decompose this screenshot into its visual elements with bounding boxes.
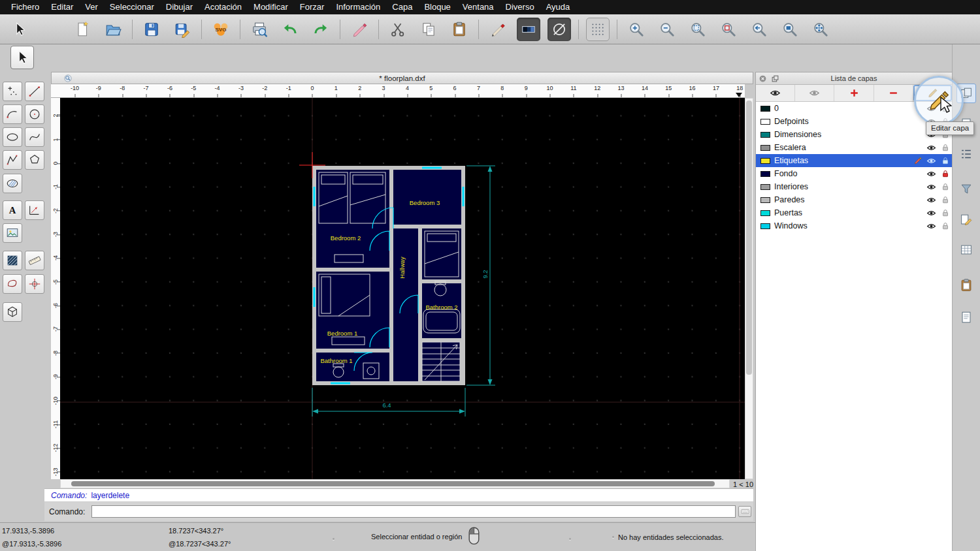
print-preview-button[interactable] <box>248 18 271 41</box>
menu-informacion[interactable]: Información <box>330 0 386 14</box>
snap-tool-button[interactable] <box>25 274 44 294</box>
save-file-button[interactable] <box>140 18 163 41</box>
delete-entities-button[interactable] <box>348 18 371 41</box>
menu-ventana[interactable]: Ventana <box>457 0 500 14</box>
panel-close-button[interactable] <box>759 74 767 83</box>
layer-visibility-toggle[interactable] <box>924 156 938 166</box>
layer-row-paredes[interactable]: Paredes <box>756 193 952 206</box>
text-tool-button[interactable]: A <box>3 200 22 220</box>
layer-row-fondo[interactable]: Fondo <box>756 167 952 180</box>
layer-lock-toggle[interactable] <box>938 221 952 230</box>
polyline-tool-button[interactable] <box>3 150 22 170</box>
zoom-out-button[interactable] <box>655 18 679 41</box>
line-attributes-button[interactable] <box>517 18 540 41</box>
paste-button[interactable] <box>448 18 471 41</box>
redo-button[interactable] <box>309 18 333 41</box>
dock-button-6[interactable] <box>956 240 976 260</box>
layer-row-etiquetas[interactable]: Etiquetas <box>756 154 952 167</box>
horizontal-scrollbar-thumb[interactable] <box>71 481 715 486</box>
layer-lock-toggle[interactable] <box>938 143 952 152</box>
panel-detach-button[interactable] <box>771 74 779 83</box>
undo-button[interactable] <box>278 18 302 41</box>
cut-button[interactable] <box>386 18 410 41</box>
circle-tool-button[interactable] <box>25 104 44 124</box>
layer-visibility-toggle[interactable] <box>924 143 938 153</box>
hatch-tool-button[interactable] <box>3 174 22 193</box>
menu-modificar[interactable]: Modificar <box>248 0 294 14</box>
select-pointer-tool-button[interactable] <box>10 46 34 69</box>
dock-button-5[interactable] <box>956 210 976 230</box>
zoom-window-button[interactable] <box>778 18 802 41</box>
show-all-layers-button[interactable] <box>756 85 795 101</box>
vertical-scrollbar[interactable] <box>745 98 753 479</box>
menu-capa[interactable]: Capa <box>386 0 418 14</box>
horizontal-scrollbar[interactable] <box>60 479 730 488</box>
menu-ver[interactable]: Ver <box>79 0 104 14</box>
menu-bloque[interactable]: Bloque <box>418 0 456 14</box>
isometric-tool-button[interactable] <box>3 302 22 322</box>
measure-tool-button[interactable] <box>25 251 44 270</box>
dock-button-3[interactable] <box>956 144 976 164</box>
points-tool-button[interactable] <box>3 82 22 101</box>
layer-row-interiores[interactable]: Interiores <box>756 180 952 193</box>
command-keyboard-button[interactable] <box>738 506 751 517</box>
remove-layer-button[interactable] <box>874 85 913 101</box>
shape-tool-button[interactable] <box>3 274 22 294</box>
select-pointer-button[interactable] <box>8 18 31 41</box>
dock-button-4[interactable] <box>956 180 976 199</box>
layer-visibility-toggle[interactable] <box>924 182 938 192</box>
save-as-button[interactable] <box>171 18 194 41</box>
image-tool-button[interactable] <box>3 223 22 243</box>
line-tool-button[interactable] <box>25 82 44 101</box>
drawing-canvas[interactable]: Bedroom 2Bedroom 3Bedroom 1Bathroom 1Bat… <box>60 98 745 479</box>
hide-all-layers-button[interactable] <box>795 85 834 101</box>
layer-row-windows[interactable]: Windows <box>756 219 952 232</box>
layer-lock-toggle[interactable] <box>938 195 952 204</box>
zoom-redraw-button[interactable] <box>717 18 740 41</box>
menu-diverso[interactable]: Diverso <box>500 0 540 14</box>
menu-editar[interactable]: Editar <box>45 0 79 14</box>
add-layer-button[interactable] <box>834 85 874 101</box>
layer-visibility-toggle[interactable] <box>924 221 938 231</box>
open-file-button[interactable] <box>101 18 125 41</box>
zoom-pan-button[interactable] <box>809 18 832 41</box>
zoom-auto-button[interactable] <box>686 18 710 41</box>
spline-tool-button[interactable] <box>25 127 44 147</box>
polygon-tool-button[interactable] <box>25 150 44 170</box>
hatch-solid-tool-button[interactable] <box>3 251 22 270</box>
layer-visibility-toggle[interactable] <box>924 208 938 218</box>
menu-dibujar[interactable]: Dibujar <box>160 0 199 14</box>
layer-row-dimensiones[interactable]: Dimensiones <box>756 128 952 141</box>
menu-ayuda[interactable]: Ayuda <box>540 0 576 14</box>
menu-acotacion[interactable]: Acotación <box>199 0 248 14</box>
command-input[interactable] <box>91 505 736 518</box>
menu-fichero[interactable]: Fichero <box>5 0 45 14</box>
layer-lock-toggle[interactable] <box>938 169 952 178</box>
zoom-window-icon <box>781 21 798 38</box>
layer-lock-toggle[interactable] <box>938 156 952 165</box>
export-svg-button[interactable]: SVG <box>209 18 233 41</box>
layer-visibility-toggle[interactable] <box>924 169 938 179</box>
dimension-tool-button[interactable] <box>25 200 44 220</box>
arc-tool-button[interactable] <box>3 104 22 124</box>
grid-toggle-button[interactable] <box>586 18 610 41</box>
dock-button-8[interactable] <box>956 307 976 327</box>
ellipse-tool-button[interactable] <box>3 127 22 147</box>
zoom-previous-button[interactable] <box>747 18 771 41</box>
layer-lock-toggle[interactable] <box>938 182 952 191</box>
layer-lock-toggle[interactable] <box>938 208 952 217</box>
pen-attributes-button[interactable] <box>486 18 510 41</box>
layer-edit-icon[interactable] <box>911 156 924 165</box>
copy-button[interactable] <box>417 18 440 41</box>
layer-visibility-toggle[interactable] <box>924 195 938 205</box>
vertical-scrollbar-thumb[interactable] <box>746 101 752 375</box>
layer-row-escalera[interactable]: Escalera <box>756 141 952 154</box>
layer-row-puertas[interactable]: Puertas <box>756 206 952 219</box>
circle-toggle-button[interactable] <box>547 18 571 41</box>
dock-button-7[interactable] <box>956 276 976 295</box>
new-file-button[interactable] <box>71 18 94 41</box>
document-titlebar[interactable]: * floorplan.dxf <box>51 72 753 84</box>
zoom-in-button[interactable] <box>625 18 648 41</box>
menu-forzar[interactable]: Forzar <box>294 0 331 14</box>
menu-seleccionar[interactable]: Seleccionar <box>104 0 160 14</box>
